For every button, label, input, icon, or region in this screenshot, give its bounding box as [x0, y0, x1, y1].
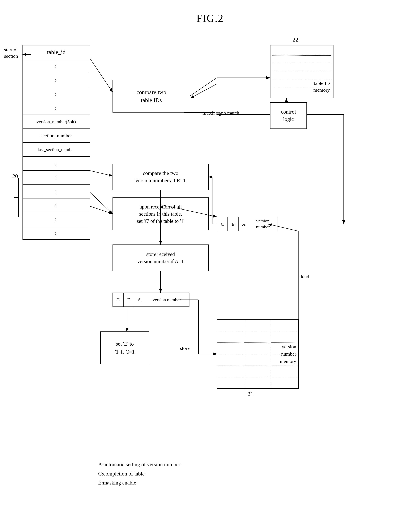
box-table-id-memory: table ID memory: [270, 45, 333, 98]
cea-lower-c: C: [112, 292, 123, 307]
cea-upper-c: C: [217, 217, 227, 231]
svg-line-4: [190, 78, 217, 96]
vmem-cell: [217, 320, 244, 331]
cea-row-upper: C E A version number: [217, 217, 278, 231]
vmem-cell: [271, 377, 298, 388]
table-row-dots7: :: [22, 184, 90, 198]
table-row-dots10: :: [22, 226, 90, 240]
start-of-section-label: start of section: [4, 47, 18, 59]
table-row-dots2: :: [22, 73, 90, 87]
load-label: load: [301, 274, 309, 279]
vmem-cell: [244, 377, 271, 388]
legend-line1: A:automatic setting of version number: [98, 460, 180, 469]
vmem-cell: [217, 331, 244, 343]
vmem-cell: [271, 354, 298, 366]
box-control-logic: control logic: [270, 102, 307, 129]
vmem-cell: [217, 377, 244, 388]
legend: A:automatic setting of version number C:…: [98, 460, 180, 487]
table-row-dots5: :: [22, 156, 90, 170]
vmem-cell: [271, 331, 298, 343]
vmem-cell: [244, 331, 271, 343]
box-compare-ids: compare two table IDs: [112, 80, 190, 112]
cea-upper-a: A: [238, 217, 249, 231]
cea-lower-version: version number: [144, 292, 189, 307]
box-reception: upon reception of all sections in this t…: [112, 197, 209, 230]
label-20: 20: [12, 173, 18, 179]
vmem-cell: [217, 343, 244, 354]
cea-lower-e: E: [123, 292, 134, 307]
table-row-last-section: last_section_number: [22, 142, 90, 156]
table-row-version: version_number(5bit): [22, 115, 90, 128]
cea-upper-e: E: [227, 217, 238, 231]
section-table: table_id : : : : version_number(5bit) se…: [22, 45, 90, 240]
svg-line-7: [190, 84, 217, 98]
legend-line3: E:masking enable: [98, 478, 180, 487]
table-row-dots8: :: [22, 198, 90, 212]
box-version-memory: version number memory: [217, 319, 299, 389]
page-title: FIG.2: [0, 12, 420, 24]
vmem-cell: [217, 354, 244, 366]
match-label: match or no match: [202, 110, 239, 116]
vmem-cell: [271, 320, 298, 331]
table-row-section-number: section_number: [22, 128, 90, 142]
vmem-cell: [244, 354, 271, 366]
vmem-cell: [217, 366, 244, 377]
cea-upper-version: version number: [249, 217, 278, 231]
legend-line2: C:completion of table: [98, 469, 180, 478]
table-row-dots9: :: [22, 212, 90, 226]
table-row-table-id: table_id: [22, 45, 90, 59]
svg-line-17: [90, 192, 112, 214]
cea-lower-a: A: [134, 292, 144, 307]
table-row-dots6: :: [22, 170, 90, 184]
box-store-received: store received version number if A=1: [112, 245, 209, 271]
box-set-e: set 'E' to '1' if C=1: [100, 331, 149, 364]
vmem-cell: [244, 343, 271, 354]
svg-line-3: [90, 59, 112, 92]
store-label: store: [180, 345, 190, 351]
table-row-dots1: :: [22, 59, 90, 73]
cea-row-lower: C E A version number: [112, 292, 189, 307]
svg-line-13: [90, 171, 112, 176]
vmem-cell: [244, 320, 271, 331]
table-row-dots3: :: [22, 87, 90, 101]
vmem-cell: [271, 366, 298, 377]
table-row-dots4: :: [22, 101, 90, 115]
table-id-memory-label: table ID memory: [313, 80, 330, 94]
label-21: 21: [248, 391, 253, 397]
label-22: 22: [292, 37, 298, 43]
svg-line-18: [90, 206, 112, 214]
vmem-cell: [244, 366, 271, 377]
vmem-cell: [271, 343, 298, 354]
box-compare-versions: compare the two version numbers if E=1: [112, 164, 209, 190]
